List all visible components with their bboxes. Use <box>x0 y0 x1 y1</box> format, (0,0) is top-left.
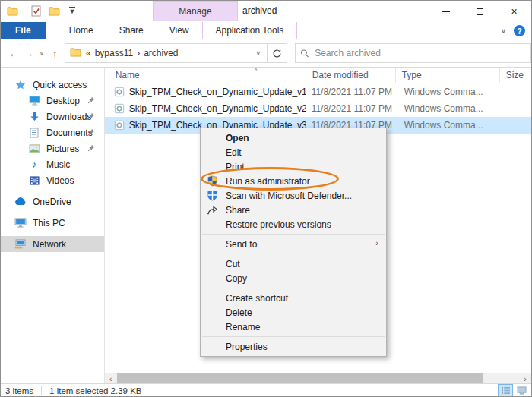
tab-view[interactable]: View <box>157 22 202 39</box>
properties-qat-icon[interactable] <box>29 4 43 17</box>
sidebar-item-desktop[interactable]: Desktop <box>1 93 104 109</box>
new-folder-qat-icon[interactable] <box>47 4 61 17</box>
command-script-file-icon <box>114 120 125 131</box>
details-view-button[interactable] <box>499 385 512 396</box>
share-icon <box>206 203 219 216</box>
items-count: 3 items <box>1 385 38 395</box>
menu-item-cut[interactable]: Cut <box>201 257 386 271</box>
tab-share[interactable]: Share <box>106 22 157 39</box>
menu-separator <box>202 336 385 337</box>
address-bar[interactable]: « bypass11 › archived ∨ <box>65 43 268 63</box>
menu-item-run-as-administrator[interactable]: Run as administrator <box>201 174 386 188</box>
sidebar-item-videos[interactable]: Videos <box>1 172 104 188</box>
large-icons-view-button[interactable] <box>515 385 528 396</box>
scroll-left-icon[interactable]: ‹ <box>105 375 117 383</box>
scroll-right-icon[interactable]: › <box>519 375 531 383</box>
sidebar-item-label: Desktop <box>46 96 80 106</box>
sidebar-item-quick-access[interactable]: Quick access <box>1 77 104 93</box>
sidebar-item-label: Documents <box>46 128 93 138</box>
menu-separator <box>202 234 385 235</box>
menu-item-copy[interactable]: Copy <box>201 271 386 285</box>
sidebar-item-documents[interactable]: Documents <box>1 124 104 140</box>
recent-locations-chevron-icon[interactable]: ∨ <box>37 50 46 57</box>
back-button[interactable]: ← <box>7 48 21 59</box>
explorer-window: ▼ Manage archived × File Home Share View… <box>0 0 532 397</box>
down-arrow-icon <box>28 111 40 123</box>
menu-item-rename[interactable]: Rename <box>201 320 386 334</box>
tab-share-label: Share <box>119 25 144 36</box>
file-row-v1[interactable]: Skip_TPM_Check_on_Dynamic_Update_v1 11/8… <box>105 83 531 100</box>
breadcrumb-item-archived[interactable]: archived <box>144 48 178 58</box>
breadcrumb: « bypass11 › archived <box>86 48 250 58</box>
tab-home-label: Home <box>69 25 93 36</box>
tab-application-tools[interactable]: Application Tools <box>202 22 298 39</box>
search-box[interactable] <box>295 43 531 63</box>
menu-item-open[interactable]: Open <box>201 131 386 145</box>
column-header-date-modified[interactable]: Date modified <box>306 68 395 83</box>
sidebar-item-onedrive[interactable]: OneDrive <box>1 194 104 210</box>
title-bar: ▼ Manage archived × <box>1 1 531 22</box>
column-header-name[interactable]: Name <box>105 68 306 83</box>
search-icon <box>300 49 309 58</box>
music-note-icon: ♪ <box>28 159 40 171</box>
menu-item-print[interactable]: Print <box>201 159 386 174</box>
close-button[interactable]: × <box>497 1 531 22</box>
menu-item-label: Rename <box>226 322 260 332</box>
menu-separator <box>202 254 385 254</box>
minimize-button[interactable] <box>429 1 463 22</box>
menu-item-label: Copy <box>226 273 247 284</box>
sidebar-item-pictures[interactable]: Pictures <box>1 140 104 156</box>
menu-item-create-shortcut[interactable]: Create shortcut <box>201 291 386 305</box>
navigation-toolbar: ← → ∨ ↑ « bypass11 › archived ∨ <box>1 39 531 68</box>
window-title: archived <box>242 5 277 16</box>
selection-info: 1 item selected 2.39 KB <box>45 385 146 395</box>
address-dropdown-chevron-icon[interactable]: ∨ <box>250 49 268 57</box>
pin-icon <box>87 112 95 122</box>
folder-icon <box>70 47 81 59</box>
menu-item-properties[interactable]: Properties <box>201 339 386 354</box>
menu-item-scan-with-defender[interactable]: Scan with Microsoft Defender... <box>201 188 386 203</box>
menu-item-label: Restore previous versions <box>226 219 331 230</box>
menu-item-send-to[interactable]: Send to › <box>201 237 386 251</box>
help-icon[interactable]: ? <box>514 25 525 36</box>
column-label: Name <box>116 70 140 80</box>
menu-item-edit[interactable]: Edit <box>201 145 386 159</box>
column-header-size[interactable]: Size <box>499 68 531 83</box>
sidebar-item-network[interactable]: Network <box>1 236 104 252</box>
explorer-folder-icon[interactable] <box>5 4 19 17</box>
manage-contextual-tab[interactable]: Manage <box>153 1 238 21</box>
column-header-type[interactable]: Type <box>395 68 499 83</box>
sidebar-item-music[interactable]: ♪ Music <box>1 156 104 172</box>
menu-item-share[interactable]: Share <box>201 203 386 217</box>
window-controls: × <box>429 1 531 22</box>
tab-file[interactable]: File <box>1 22 46 39</box>
qat-separator <box>24 5 24 16</box>
maximize-button[interactable] <box>463 1 497 22</box>
pin-icon <box>87 96 95 106</box>
menu-item-restore-previous-versions[interactable]: Restore previous versions <box>201 217 386 232</box>
search-input[interactable] <box>315 48 526 58</box>
refresh-button[interactable] <box>268 43 287 63</box>
qat-customize-dropdown-icon[interactable]: ▼ <box>65 4 79 17</box>
menu-item-delete[interactable]: Delete <box>201 305 386 320</box>
tab-view-label: View <box>169 25 189 36</box>
tab-home[interactable]: Home <box>56 22 106 39</box>
sidebar-item-label: This PC <box>33 218 65 228</box>
forward-button[interactable]: → <box>22 48 36 59</box>
file-name: Skip_TPM_Check_on_Dynamic_Update_v2 <box>129 103 306 114</box>
document-icon <box>28 127 40 139</box>
up-button[interactable]: ↑ <box>48 48 62 59</box>
breadcrumb-item-bypass11[interactable]: bypass11 <box>95 48 133 58</box>
file-row-v2[interactable]: Skip_TPM_Check_on_Dynamic_Update_v2 11/8… <box>105 100 531 117</box>
sidebar-item-this-pc[interactable]: This PC <box>1 215 104 231</box>
sidebar-item-label: OneDrive <box>33 197 71 207</box>
sidebar-item-label: Pictures <box>46 143 79 154</box>
sidebar-item-downloads[interactable]: Downloads <box>1 109 104 124</box>
qat-separator <box>84 5 84 16</box>
quick-access-toolbar: ▼ <box>5 4 84 17</box>
file-type: Windows Comma... <box>395 87 499 97</box>
breadcrumb-overflow-chevrons[interactable]: « <box>86 48 91 58</box>
film-icon <box>28 175 40 187</box>
expand-ribbon-chevron-icon[interactable]: ∨ <box>501 27 506 35</box>
monitor-icon <box>28 95 40 107</box>
